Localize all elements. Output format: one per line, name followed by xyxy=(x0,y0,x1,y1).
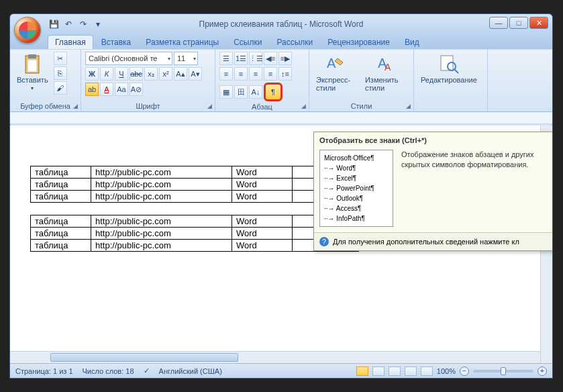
view-draft-button[interactable] xyxy=(421,366,433,376)
font-name-combo[interactable]: Calibri (Основной те▾ xyxy=(85,52,172,65)
tooltip: Отобразить все знаки (Ctrl+*) Microsoft·… xyxy=(313,132,553,251)
align-right-icon[interactable]: ≡ xyxy=(249,67,262,81)
group-clipboard-label: Буфер обмена xyxy=(14,101,76,110)
ribbon: Вставить ▾ ✂ ⎘ 🖌 Буфер обмена ◢ Calibri … xyxy=(10,49,552,112)
tab-review[interactable]: Рецензирование xyxy=(321,36,397,49)
table-row: таблицаhttp://public-pc.comWord xyxy=(31,240,359,252)
clipboard-icon xyxy=(21,53,43,75)
view-web-layout-button[interactable] xyxy=(389,366,401,376)
zoom-out-button[interactable]: − xyxy=(460,366,469,376)
font-size-combo[interactable]: 11▾ xyxy=(174,52,198,65)
maximize-button[interactable]: □ xyxy=(509,17,528,29)
editing-label: Редактирование xyxy=(421,76,477,84)
horizontal-scrollbar[interactable] xyxy=(10,351,540,363)
office-button[interactable] xyxy=(14,17,41,44)
save-icon[interactable]: 💾 xyxy=(48,18,60,30)
help-icon: ? xyxy=(319,237,329,246)
grow-font-icon[interactable]: A▴ xyxy=(174,67,187,81)
change-case-icon[interactable]: Aa xyxy=(115,83,128,96)
minimize-button[interactable]: — xyxy=(489,17,508,29)
justify-icon[interactable]: ≡ xyxy=(264,67,277,81)
group-paragraph-label: Абзац xyxy=(219,101,305,111)
zoom-slider[interactable] xyxy=(473,370,533,373)
tab-references[interactable]: Ссылки xyxy=(227,36,268,49)
italic-icon[interactable]: К xyxy=(100,67,113,81)
title-bar: 💾 ↶ ↷ ▾ Пример склеивания таблиц - Micro… xyxy=(10,14,552,34)
ruler[interactable] xyxy=(10,112,552,124)
view-outline-button[interactable] xyxy=(405,366,417,376)
decrease-indent-icon[interactable]: ◀≡ xyxy=(264,52,277,65)
subscript-icon[interactable]: x₂ xyxy=(144,67,158,81)
tooltip-description: Отображение знаков абзацев и других скры… xyxy=(401,150,553,227)
quick-styles-button[interactable]: A Экспресс-стили xyxy=(313,52,360,93)
tab-page-layout[interactable]: Разметка страницы xyxy=(139,36,225,49)
change-styles-button[interactable]: AA Изменить стили xyxy=(362,52,409,93)
group-styles: A Экспресс-стили AA Изменить стили Стили… xyxy=(309,50,414,111)
superscript-icon[interactable]: x² xyxy=(159,67,172,81)
shrink-font-icon[interactable]: A▾ xyxy=(189,67,202,81)
bold-icon[interactable]: Ж xyxy=(85,67,99,81)
table-row: таблицаhttp://public-pc.comWord xyxy=(31,215,359,228)
zoom-level[interactable]: 100% xyxy=(437,367,456,375)
redo-icon[interactable]: ↷ xyxy=(77,18,89,30)
group-clipboard: Вставить ▾ ✂ ⎘ 🖌 Буфер обмена ◢ xyxy=(10,50,81,111)
tooltip-title: Отобразить все знаки (Ctrl+*) xyxy=(314,132,553,147)
change-styles-icon: AA xyxy=(375,53,397,75)
align-center-icon[interactable]: ≡ xyxy=(234,67,248,81)
zoom-slider-thumb[interactable] xyxy=(501,367,506,375)
tooltip-footer[interactable]: ? Для получения дополнительных сведений … xyxy=(314,232,553,250)
font-launcher-icon[interactable]: ◢ xyxy=(205,102,213,110)
tab-view[interactable]: Вид xyxy=(398,36,426,49)
status-page[interactable]: Страница: 1 из 1 xyxy=(15,367,73,375)
zoom-in-button[interactable]: + xyxy=(538,366,547,376)
line-spacing-icon[interactable]: ↕≡ xyxy=(278,67,292,81)
table-row: таблицаhttp://public-pc.comWord xyxy=(31,179,359,191)
styles-launcher-icon[interactable]: ◢ xyxy=(404,102,412,110)
clear-formatting-icon[interactable]: A⊘ xyxy=(130,83,143,96)
table-1[interactable]: таблицаhttp://public-pc.comWord таблицаh… xyxy=(30,166,359,203)
status-language[interactable]: Английский (США) xyxy=(159,367,222,375)
shading-icon[interactable]: ▦ xyxy=(219,85,233,99)
close-button[interactable]: ✕ xyxy=(529,17,548,29)
scroll-thumb[interactable] xyxy=(50,353,238,362)
svg-text:A: A xyxy=(385,62,391,72)
view-print-layout-button[interactable] xyxy=(356,366,368,376)
sort-icon[interactable]: A↓ xyxy=(249,85,262,99)
underline-icon[interactable]: Ч xyxy=(115,67,128,81)
show-hide-paragraph-marks-button[interactable]: ¶ xyxy=(264,83,283,101)
format-painter-icon[interactable]: 🖌 xyxy=(54,81,67,95)
align-left-icon[interactable]: ≡ xyxy=(219,67,233,81)
paste-button[interactable]: Вставить ▾ xyxy=(14,52,51,93)
find-icon xyxy=(438,53,460,75)
multilevel-list-icon[interactable]: ⋮☰ xyxy=(249,52,262,65)
highlight-color-icon[interactable]: ab xyxy=(85,83,99,96)
table-row: таблицаhttp://public-pc.comWord xyxy=(31,166,359,179)
clipboard-launcher-icon[interactable]: ◢ xyxy=(71,102,79,110)
cut-icon[interactable]: ✂ xyxy=(54,52,67,65)
tab-home[interactable]: Главная xyxy=(48,35,93,49)
svg-text:A: A xyxy=(327,56,336,70)
qat-customize-icon[interactable]: ▾ xyxy=(92,18,104,30)
status-proofing-icon[interactable]: ✓ xyxy=(144,366,150,375)
undo-icon[interactable]: ↶ xyxy=(62,18,74,30)
change-styles-label: Изменить стили xyxy=(365,76,407,92)
increase-indent-icon[interactable]: ≡▶ xyxy=(278,52,292,65)
tab-mailings[interactable]: Рассылки xyxy=(270,36,319,49)
group-font: Calibri (Основной те▾ 11▾ Ж К Ч abc x₂ x… xyxy=(81,50,215,111)
app-window: 💾 ↶ ↷ ▾ Пример склеивания таблиц - Micro… xyxy=(9,13,553,379)
numbering-icon[interactable]: 1☰ xyxy=(234,52,248,65)
borders-icon[interactable]: 田 xyxy=(234,85,248,99)
strikethrough-icon[interactable]: abc xyxy=(130,67,143,81)
copy-icon[interactable]: ⎘ xyxy=(54,66,67,80)
tab-insert[interactable]: Вставка xyxy=(95,36,138,49)
status-words[interactable]: Число слов: 18 xyxy=(83,367,134,375)
group-font-label: Шрифт xyxy=(85,101,211,110)
editing-button[interactable]: Редактирование xyxy=(418,52,480,85)
group-editing: Редактирование xyxy=(414,50,488,111)
paragraph-launcher-icon[interactable]: ◢ xyxy=(299,102,307,110)
bullets-icon[interactable]: ☰ xyxy=(219,52,233,65)
group-styles-label: Стили xyxy=(313,101,409,110)
view-full-screen-button[interactable] xyxy=(372,366,385,376)
table-2[interactable]: таблицаhttp://public-pc.comWord таблицаh… xyxy=(30,215,359,252)
font-color-icon[interactable]: A xyxy=(100,83,113,96)
